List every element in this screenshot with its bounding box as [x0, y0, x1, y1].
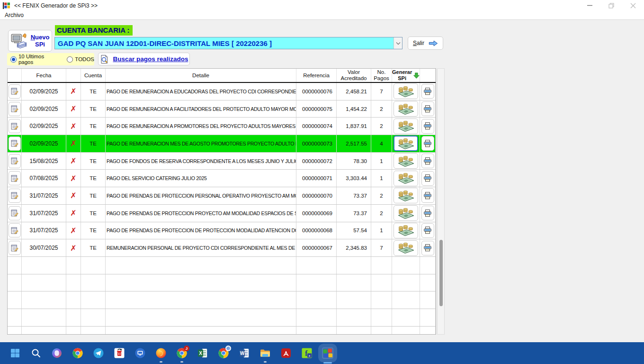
maximize-button[interactable] [600, 0, 622, 11]
edit-button[interactable] [9, 136, 21, 151]
generar-spi-button[interactable] [394, 223, 418, 238]
start-button-icon[interactable] [9, 347, 21, 359]
delete-cell[interactable]: ✗ [66, 153, 81, 170]
print-cell [420, 222, 436, 239]
edit-button[interactable] [9, 84, 21, 99]
delete-x-icon[interactable]: ✗ [70, 156, 76, 165]
generar-spi-button[interactable] [394, 136, 418, 151]
header-cuenta: Cuenta [81, 69, 106, 82]
acrobat-icon[interactable] [280, 347, 292, 359]
print-button[interactable] [421, 154, 434, 168]
salir-button[interactable]: Salir [408, 36, 443, 50]
svg-text:X: X [199, 351, 202, 356]
gear-badge-icon [225, 346, 231, 351]
delete-cell[interactable]: ✗ [66, 170, 81, 187]
valor-cell: 73.37 [337, 205, 371, 222]
delete-x-icon[interactable]: ✗ [70, 209, 76, 218]
generar-cell [392, 205, 420, 222]
delete-x-icon[interactable]: ✗ [70, 244, 76, 253]
edit-button[interactable] [9, 241, 21, 255]
copilot-icon[interactable] [51, 347, 63, 359]
firefox-icon[interactable] [155, 347, 167, 359]
edit-button[interactable] [9, 154, 21, 168]
delete-x-icon[interactable]: ✗ [70, 87, 76, 96]
radio-todos[interactable]: TODOS [67, 56, 94, 63]
scrollbar-thumb[interactable] [439, 240, 443, 306]
chevron-down-icon[interactable] [394, 37, 402, 49]
generar-spi-button[interactable] [394, 153, 418, 169]
print-button[interactable] [421, 136, 434, 151]
telegram-icon[interactable] [93, 347, 104, 359]
delete-x-icon[interactable]: ✗ [70, 191, 76, 200]
remote-desktop-icon[interactable] [134, 347, 146, 359]
delete-cell[interactable]: ✗ [66, 205, 81, 222]
edit-button[interactable] [9, 189, 21, 203]
buscar-pagos-button[interactable]: Buscar pagos realizados [98, 53, 190, 65]
svg-text:W: W [240, 351, 245, 356]
edit-button[interactable] [9, 119, 21, 133]
file-explorer-icon[interactable] [259, 347, 271, 359]
vertical-scrollbar[interactable] [437, 68, 445, 335]
generar-spi-button[interactable] [394, 171, 418, 186]
delete-x-icon[interactable]: ✗ [70, 226, 76, 235]
header-blank [8, 69, 22, 82]
table-row: 02/09/2025✗TEPAGO DE REMUNERACION A EDUC… [8, 83, 436, 100]
delete-x-icon[interactable]: ✗ [70, 104, 76, 113]
chrome-settings-icon[interactable] [218, 347, 229, 359]
edit-button[interactable] [9, 102, 21, 116]
edit-cell [8, 83, 22, 100]
radio-10-ultimos[interactable]: 10 Ultimos pagos [10, 54, 60, 65]
fenix-app-icon[interactable]: fx [301, 347, 313, 359]
menu-archivo[interactable]: Archivo [5, 12, 24, 18]
delete-cell[interactable]: ✗ [66, 83, 81, 100]
generar-spi-button[interactable] [394, 101, 418, 117]
edit-button[interactable] [9, 206, 21, 220]
generar-spi-button[interactable] [394, 118, 418, 134]
print-button[interactable] [421, 171, 434, 186]
print-button[interactable] [421, 119, 434, 134]
header-generar: Generar SPi [392, 69, 420, 82]
delete-cell[interactable]: ✗ [66, 187, 81, 204]
delete-x-icon[interactable]: ✗ [70, 122, 76, 131]
generar-spi-button[interactable] [394, 240, 418, 256]
chrome-profile-j-icon[interactable]: J [176, 347, 188, 359]
valor-cell: 3,303.44 [337, 170, 371, 187]
valor-cell: 78.30 [337, 153, 371, 170]
delete-cell[interactable]: ✗ [66, 222, 81, 239]
table-row: 31/07/2025✗TEPAGO DE PRENDAS DE PROTECCI… [8, 222, 436, 240]
chrome-icon[interactable] [72, 347, 83, 359]
minimize-button[interactable] [579, 0, 600, 11]
search-icon[interactable] [30, 347, 42, 359]
print-button[interactable] [421, 241, 434, 255]
print-button[interactable] [421, 101, 434, 116]
edit-button[interactable] [9, 223, 21, 237]
delete-x-icon[interactable]: ✗ [70, 174, 76, 183]
print-button[interactable] [421, 223, 434, 238]
referencia-cell: 0000000075 [296, 100, 337, 118]
account-dropdown-value: GAD PQ SAN JUAN 12D01-DIREC-DISTRITAL MI… [55, 39, 394, 47]
generar-spi-button[interactable] [394, 188, 418, 203]
edit-button[interactable] [9, 171, 21, 185]
generar-spi-button[interactable] [394, 205, 418, 221]
print-button[interactable] [421, 188, 434, 203]
close-button[interactable] [622, 0, 644, 11]
spi3-app-icon[interactable] [322, 347, 333, 359]
delete-cell[interactable]: ✗ [66, 100, 81, 118]
svg-text:x: x [309, 354, 311, 357]
recycle-app-icon[interactable] [114, 347, 125, 359]
account-dropdown[interactable]: GAD PQ SAN JUAN 12D01-DIREC-DISTRITAL MI… [54, 37, 402, 49]
referencia-cell: 0000000068 [296, 222, 337, 239]
excel-icon[interactable]: X [197, 347, 208, 359]
delete-cell[interactable]: ✗ [66, 135, 81, 152]
table-row: 30/07/2025✗TEREMUNERACION PERSONAL DE PR… [8, 239, 436, 257]
print-button[interactable] [421, 206, 434, 220]
taskbar-icons: JXWfx [9, 347, 333, 359]
nuevo-spi-button[interactable]: Nuevo SPi [8, 30, 52, 52]
delete-cell[interactable]: ✗ [66, 239, 81, 256]
word-icon[interactable]: W [239, 347, 250, 359]
generar-spi-button[interactable] [394, 83, 418, 99]
window-title: << FENIX Generador de SPi3 >> [14, 2, 98, 9]
delete-cell[interactable]: ✗ [66, 118, 81, 135]
delete-x-icon[interactable]: ✗ [70, 139, 76, 148]
print-button[interactable] [421, 84, 434, 99]
